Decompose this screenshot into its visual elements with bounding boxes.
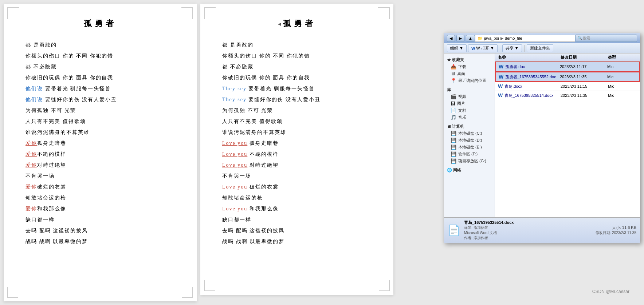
sidebar-item-video[interactable]: 🎬视频 <box>444 93 495 100</box>
list-item: 你额头的伤口 你的 不同 你犯的错 <box>222 51 372 61</box>
sidebar-item-documents[interactable]: 📄文档 <box>444 107 495 114</box>
address-part-demo: demo_file <box>505 36 522 40</box>
list-item: 他们说 要缝好你的伤 没有人爱小丑 <box>25 95 175 105</box>
list-item: 人只有不完美 值得歌颂 <box>25 116 175 127</box>
library-header: 库 <box>444 86 495 93</box>
col-type: 类型 <box>608 55 637 60</box>
file-date: 2023/2/3 11:35 <box>560 75 607 79</box>
left-document: 孤勇者 都 是勇敢的你额头的伤口 你的 不同 你犯的错都 不必隐藏你破旧的玩偶 … <box>4 4 197 301</box>
file-type: Mic <box>608 84 637 88</box>
list-item: 都 不必隐藏 <box>25 62 175 72</box>
sidebar-item-music[interactable]: 🎵音乐 <box>444 114 495 121</box>
table-row[interactable]: W 孤勇者_1675395345552.doc 2023/2/3 11:35 M… <box>495 72 640 82</box>
status-file-info: 青岛_1675395325514.docx 标签: 添加标签 Microsoft… <box>464 220 592 241</box>
word-icon: W <box>471 46 475 51</box>
file-icon: W <box>498 92 503 98</box>
address-icon: 📁 <box>478 36 483 41</box>
explorer-address-bar: ◀ ▶ ▲ 📁 java_poi ▶ demo_file 🔍 搜索... <box>444 33 640 43</box>
search-bar[interactable]: 🔍 搜索... <box>575 35 637 42</box>
file-explorer[interactable]: ◀ ▶ ▲ 📁 java_poi ▶ demo_file 🔍 搜索... 组织 … <box>444 33 640 243</box>
explorer-sidebar: ★ 收藏夹 📥下载 🖥桌面 📍最近访问的位置 库 🎬视频 🖼图片 📄文档 🎵音乐 <box>444 54 495 217</box>
file-icon: W <box>498 83 503 89</box>
file-name: 孤勇者_1675395345552.doc <box>505 74 556 80</box>
toolbar-separator2 <box>524 45 525 52</box>
col-name: 名称 <box>498 55 561 60</box>
up-button[interactable]: ▲ <box>466 35 475 41</box>
file-date: 2023/2/3 11:17 <box>560 64 607 69</box>
files-header: 名称 修改日期 类型 <box>495 54 640 62</box>
status-file-icon: 📄 <box>448 224 460 236</box>
list-item: 缺口都一样 <box>25 215 175 225</box>
list-item: 爱你孤身走暗巷 <box>25 138 175 148</box>
file-name: 孤勇者.doc <box>505 64 525 70</box>
list-item: 都 不必隐藏 <box>222 62 372 72</box>
sidebar-item-drive-g[interactable]: 💾项目存放区 (G:) <box>444 158 495 165</box>
list-item: 去吗 配吗 这褴褛的披风 <box>25 226 175 236</box>
sidebar-item-drive-c[interactable]: 💾本地磁盘 (C:) <box>444 130 495 137</box>
address-breadcrumb: java_poi ▶ demo_file <box>484 36 522 41</box>
right-panel-wrapper: ◂ 孤勇者 都 是勇敢的你额头的伤口 你的 不同 你犯的错都 不必隐藏你破旧的玩… <box>200 4 640 301</box>
file-date: 2023/2/3 11:15 <box>561 84 608 88</box>
csdn-watermark: CSDN @Mr.caesar <box>592 289 629 294</box>
table-row[interactable]: W 孤勇者.doc 2023/2/3 11:17 Mic <box>495 62 640 72</box>
status-file-type: Microsoft Word 文档 <box>464 230 592 235</box>
sidebar-item-drive-e[interactable]: 💾本地磁盘 (E:) <box>444 144 495 151</box>
list-item: 爱你不跪的模样 <box>25 149 175 159</box>
forward-button[interactable]: ▶ <box>456 35 464 42</box>
list-item: 你破旧的玩偶 你的 面具 你的自我 <box>25 73 175 83</box>
new-folder-button[interactable]: 新建文件夹 <box>527 44 553 52</box>
corner-tr <box>182 7 193 18</box>
explorer-statusbar: 📄 青岛_1675395325514.docx 标签: 添加标签 Microso… <box>444 217 640 243</box>
sidebar-item-desktop[interactable]: 🖥桌面 <box>444 70 495 77</box>
document-area: 孤勇者 都 是勇敢的你额头的伤口 你的 不同 你犯的错都 不必隐藏你破旧的玩偶 … <box>0 0 644 305</box>
list-item: 谁说污泥满身的不算英雄 <box>25 127 175 138</box>
organize-button[interactable]: 组织 ▼ <box>447 44 467 52</box>
open-button[interactable]: W W 打开 ▼ <box>468 44 498 52</box>
back-button[interactable]: ◀ <box>447 35 455 42</box>
file-name-cell: W 孤勇者_1675395345552.doc <box>499 74 560 80</box>
list-item: 战吗 战啊 以最卑微的梦 <box>222 237 372 247</box>
list-item: 人只有不完美 值得歌颂 <box>222 116 372 127</box>
status-file-tag: 标签: 添加标签 <box>464 225 592 230</box>
col-date: 修改日期 <box>561 55 608 60</box>
sidebar-item-recent[interactable]: 📍最近访问的位置 <box>444 77 495 84</box>
sidebar-item-download[interactable]: 📥下载 <box>444 63 495 70</box>
computer-header: 🖥 计算机 <box>444 123 495 130</box>
corner-bl <box>7 287 18 298</box>
corner-tl-r <box>204 7 215 18</box>
status-date: 修改日期: 2023/2/3 11:35 <box>596 230 636 235</box>
file-type: Mic <box>607 75 636 79</box>
file-rows-container: W 孤勇者.doc 2023/2/3 11:17 Mic W 孤勇者_16753… <box>495 62 640 100</box>
file-icon: W <box>499 64 503 70</box>
list-item: 却敢堵命运的枪 <box>25 193 175 203</box>
list-item: 爱你和我那么像 <box>25 204 175 214</box>
file-icon: W <box>499 74 503 80</box>
table-row[interactable]: W 青岛.docx 2023/2/3 11:15 Mic <box>495 82 640 91</box>
explorer-nav: ◀ ▶ ▲ <box>447 35 475 42</box>
list-item: 却敢堵命运的枪 <box>222 193 372 203</box>
corner-tl <box>7 7 18 18</box>
sidebar-item-drive-f[interactable]: 💾软件区 (F:) <box>444 151 495 158</box>
corner-br <box>182 287 193 298</box>
table-row[interactable]: W 青岛_1675395325514.docx 2023/2/3 11:35 M… <box>495 91 640 100</box>
list-item: Love you 和我那么像 <box>222 204 372 214</box>
address-bar[interactable]: 📁 java_poi ▶ demo_file <box>475 35 575 42</box>
left-doc-title: 孤勇者 <box>25 18 175 29</box>
list-item: 爱你破烂的衣裳 <box>25 182 175 192</box>
favorites-section: ★ 收藏夹 📥下载 🖥桌面 📍最近访问的位置 <box>444 56 495 84</box>
right-doc-title: 孤勇者 <box>283 18 316 29</box>
list-item: Love you 不跪的模样 <box>222 149 372 159</box>
sidebar-item-drive-d[interactable]: 💾本地磁盘 (D:) <box>444 137 495 144</box>
list-item: 都 是勇敢的 <box>25 40 175 50</box>
share-button[interactable]: 共享 ▼ <box>502 44 522 52</box>
right-doc-content: 都 是勇敢的你额头的伤口 你的 不同 你犯的错都 不必隐藏你破旧的玩偶 你的 面… <box>222 40 372 247</box>
network-header: 🌐 网络 <box>444 167 495 174</box>
right-document: ◂ 孤勇者 都 是勇敢的你额头的伤口 你的 不同 你犯的错都 不必隐藏你破旧的玩… <box>200 4 393 295</box>
list-item: Love you 对峙过绝望 <box>222 160 372 170</box>
list-item: Love you 孤身走暗巷 <box>222 138 372 148</box>
list-item: 战吗 战啊 以最卑微的梦 <box>25 237 175 247</box>
list-item: 不肯哭一场 <box>25 171 175 181</box>
list-item: 为何孤独 不可 光荣 <box>222 106 372 116</box>
file-name-cell: W 孤勇者.doc <box>499 64 560 70</box>
sidebar-item-pictures[interactable]: 🖼图片 <box>444 100 495 107</box>
